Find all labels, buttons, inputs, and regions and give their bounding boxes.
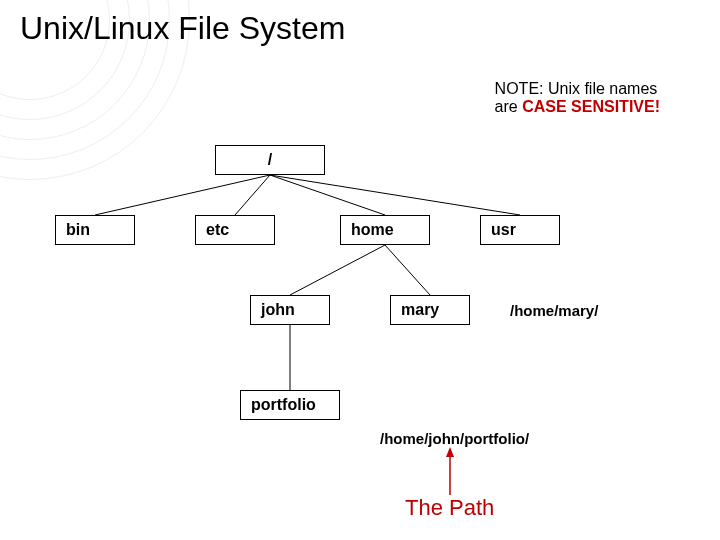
node-usr: usr <box>480 215 560 245</box>
node-etc: etc <box>195 215 275 245</box>
node-john: john <box>250 295 330 325</box>
svg-line-3 <box>270 175 520 215</box>
note-line-1: NOTE: Unix file names <box>495 80 658 97</box>
node-portfolio: portfolio <box>240 390 340 420</box>
node-root: / <box>215 145 325 175</box>
note-case-sensitive: CASE SENSITIVE! <box>522 98 660 115</box>
note-text: NOTE: Unix file names are CASE SENSITIVE… <box>495 80 660 116</box>
svg-line-1 <box>235 175 270 215</box>
svg-marker-8 <box>446 447 454 457</box>
label-the-path: The Path <box>405 495 494 521</box>
label-mary-path: /home/mary/ <box>510 302 598 319</box>
node-home: home <box>340 215 430 245</box>
label-portfolio-path: /home/john/portfolio/ <box>380 430 529 447</box>
node-bin: bin <box>55 215 135 245</box>
node-mary: mary <box>390 295 470 325</box>
svg-line-0 <box>95 175 270 215</box>
svg-line-5 <box>385 245 430 295</box>
svg-line-4 <box>290 245 385 295</box>
note-line-2-prefix: are <box>495 98 523 115</box>
page-title: Unix/Linux File System <box>20 10 345 47</box>
svg-line-2 <box>270 175 385 215</box>
